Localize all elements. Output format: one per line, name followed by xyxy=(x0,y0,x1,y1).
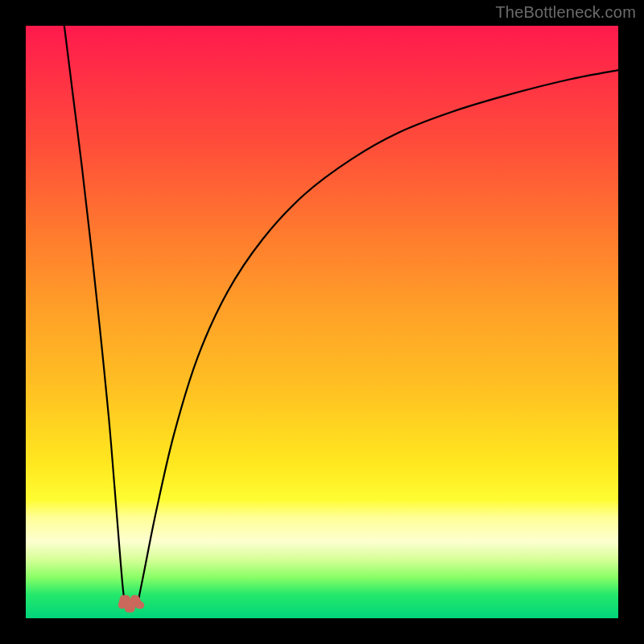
curve-right-branch xyxy=(137,70,618,606)
dip-marker xyxy=(122,599,141,609)
watermark-text: TheBottleneck.com xyxy=(495,3,636,22)
chart-frame: TheBottleneck.com xyxy=(0,0,644,644)
curve-layer xyxy=(26,26,618,618)
curve-left-branch xyxy=(64,26,126,606)
plot-area xyxy=(26,26,618,618)
